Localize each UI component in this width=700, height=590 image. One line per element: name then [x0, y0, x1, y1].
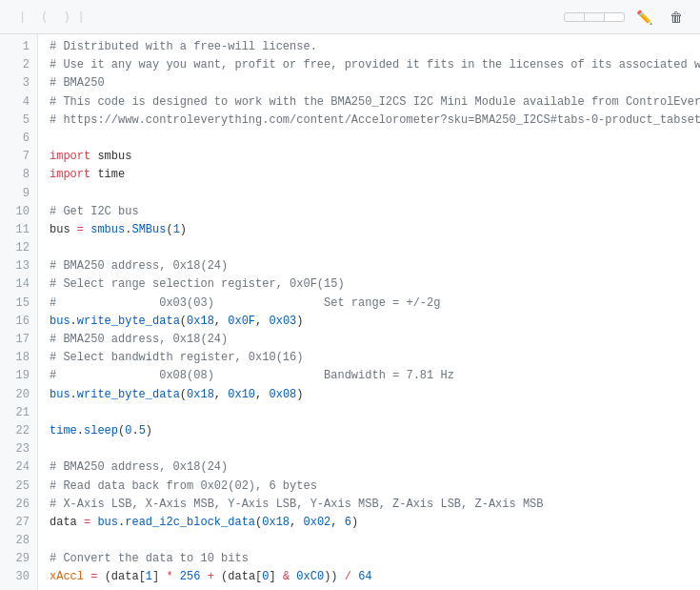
- line-number: 18: [4, 349, 30, 367]
- code-line: [50, 130, 700, 148]
- line-number: 29: [4, 550, 30, 568]
- code-line: # BMA250 address, 0x18(24): [50, 458, 700, 477]
- top-bar: | () | ✏️ 🗑: [0, 0, 700, 34]
- edit-icon-button[interactable]: ✏️: [630, 6, 658, 29]
- code-line: [50, 532, 700, 550]
- code-line: # 0x08(08) Bandwidth = 7.81 Hz: [50, 367, 700, 385]
- line-number: 22: [4, 422, 30, 440]
- sep4: |: [78, 10, 85, 24]
- code-line: bus = smbus.SMBus(1): [50, 221, 700, 239]
- line-number: 6: [4, 130, 30, 148]
- code-content: # Distributed with a free-will license.#…: [38, 34, 700, 590]
- line-number: 25: [4, 478, 30, 496]
- line-number: 15: [4, 295, 30, 313]
- code-line: if xAccl > 511 :: [50, 587, 700, 590]
- code-line: # Read data back from 0x02(02), 6 bytes: [50, 478, 700, 496]
- code-line: # Distributed with a free-will license.: [50, 38, 700, 56]
- code-line: [50, 239, 700, 257]
- code-line: # BMA250: [50, 74, 700, 92]
- line-number: 11: [4, 221, 30, 239]
- file-info: | () |: [11, 10, 92, 24]
- raw-button[interactable]: [564, 12, 585, 22]
- code-line: time.sleep(0.5): [50, 422, 700, 440]
- line-number: 13: [4, 257, 30, 275]
- line-number: 20: [4, 386, 30, 404]
- line-number: 27: [4, 514, 30, 532]
- history-button[interactable]: [605, 12, 625, 22]
- line-number: 8: [4, 166, 30, 184]
- sep2: (: [41, 10, 48, 24]
- code-line: # Get I2C bus: [50, 203, 700, 221]
- code-line: bus.write_byte_data(0x18, 0x10, 0x08): [50, 386, 700, 404]
- code-line: bus.write_byte_data(0x18, 0x0F, 0x03): [50, 313, 700, 331]
- blame-button[interactable]: [585, 12, 605, 22]
- line-number: 4: [4, 93, 30, 112]
- line-number: 19: [4, 367, 30, 385]
- line-number: 30: [4, 568, 30, 586]
- code-line: # BMA250 address, 0x18(24): [50, 257, 700, 275]
- sep1: |: [19, 10, 26, 24]
- code-line: # 0x03(03) Set range = +/-2g: [50, 295, 700, 313]
- btn-group: [564, 12, 625, 22]
- code-line: # BMA250 address, 0x18(24): [50, 331, 700, 349]
- line-number: 21: [4, 404, 30, 422]
- line-number: 17: [4, 331, 30, 349]
- line-number: 28: [4, 532, 30, 550]
- code-line: # This code is designed to work with the…: [50, 93, 700, 112]
- line-number: 2: [4, 56, 30, 74]
- code-line: # https://www.controleverything.com/cont…: [50, 112, 700, 130]
- line-number: 31: [4, 587, 30, 590]
- code-area: 1234567891011121314151617181920212223242…: [0, 34, 700, 590]
- code-line: import time: [50, 166, 700, 184]
- code-line: # Convert the data to 10 bits: [50, 550, 700, 568]
- line-number: 5: [4, 112, 30, 130]
- code-line: [50, 185, 700, 203]
- code-line: import smbus: [50, 148, 700, 166]
- code-line: xAccl = (data[1] * 256 + (data[0] & 0xC0…: [50, 568, 700, 586]
- line-number: 9: [4, 185, 30, 203]
- line-number: 10: [4, 203, 30, 221]
- sep3: ): [63, 10, 70, 24]
- code-line: data = bus.read_i2c_block_data(0x18, 0x0…: [50, 514, 700, 532]
- line-number: 14: [4, 275, 30, 294]
- code-line: # Select range selection register, 0x0F(…: [50, 275, 700, 294]
- line-number: 24: [4, 458, 30, 477]
- delete-icon-button[interactable]: 🗑: [664, 6, 689, 29]
- line-number: 23: [4, 440, 30, 458]
- line-number: 3: [4, 74, 30, 92]
- code-line: [50, 440, 700, 458]
- code-line: # Select bandwidth register, 0x10(16): [50, 349, 700, 367]
- code-line: [50, 404, 700, 422]
- line-number: 12: [4, 239, 30, 257]
- line-number: 16: [4, 313, 30, 331]
- code-line: # X-Axis LSB, X-Axis MSB, Y-Axis LSB, Y-…: [50, 496, 700, 514]
- line-number: 7: [4, 148, 30, 166]
- line-numbers: 1234567891011121314151617181920212223242…: [0, 34, 38, 590]
- line-number: 1: [4, 38, 30, 56]
- code-line: # Use it any way you want, profit or fre…: [50, 56, 700, 74]
- line-number: 26: [4, 496, 30, 514]
